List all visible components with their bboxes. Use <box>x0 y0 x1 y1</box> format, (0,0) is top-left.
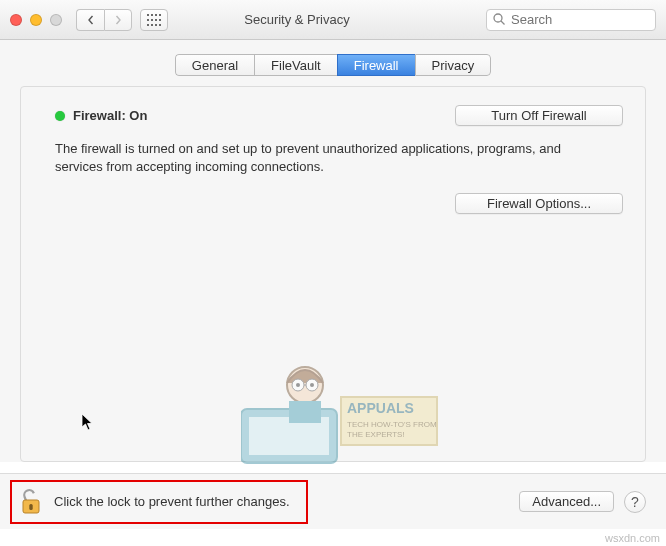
close-window-button[interactable] <box>10 14 22 26</box>
tab-firewall[interactable]: Firewall <box>337 54 415 76</box>
firewall-status: Firewall: On <box>55 108 147 123</box>
svg-rect-14 <box>241 409 337 463</box>
firewall-status-row: Firewall: On Turn Off Firewall <box>55 105 623 126</box>
firewall-description: The firewall is turned on and set up to … <box>55 140 623 175</box>
tab-privacy[interactable]: Privacy <box>415 54 492 76</box>
svg-rect-15 <box>249 417 329 455</box>
tabs-row: General FileVault Firewall Privacy <box>0 40 666 76</box>
svg-point-17 <box>292 379 304 391</box>
help-button[interactable]: ? <box>624 491 646 513</box>
minimize-window-button[interactable] <box>30 14 42 26</box>
svg-point-16 <box>287 367 323 403</box>
status-on-icon <box>55 111 65 121</box>
turn-off-firewall-button[interactable]: Turn Off Firewall <box>455 105 623 126</box>
svg-point-18 <box>306 379 318 391</box>
svg-point-12 <box>494 14 502 22</box>
bottom-bar: Click the lock to prevent further change… <box>0 473 666 529</box>
watermark-tagline-1: TECH HOW-TO'S FROM <box>347 420 437 429</box>
svg-point-21 <box>310 383 314 387</box>
svg-point-20 <box>296 383 300 387</box>
back-button[interactable] <box>76 9 104 31</box>
advanced-button[interactable]: Advanced... <box>519 491 614 512</box>
firewall-status-label: Firewall: On <box>73 108 147 123</box>
firewall-options-row: Firewall Options... <box>55 193 623 214</box>
firewall-panel: Firewall: On Turn Off Firewall The firew… <box>20 86 646 462</box>
traffic-lights <box>10 14 62 26</box>
watermark-domain: wsxdn.com <box>605 532 660 544</box>
search-input[interactable] <box>486 9 656 31</box>
lock-message: Click the lock to prevent further change… <box>54 494 290 509</box>
watermark-logo: APPUALS TECH HOW-TO'S FROM THE EXPERTS! <box>241 349 441 469</box>
search-field-container <box>486 9 656 31</box>
window-title: Security & Privacy <box>116 12 478 27</box>
lock-area-highlight: Click the lock to prevent further change… <box>10 480 308 524</box>
tab-general[interactable]: General <box>175 54 254 76</box>
watermark-tagline-2: THE EXPERTS! <box>347 430 405 439</box>
zoom-window-button <box>50 14 62 26</box>
lock-open-icon[interactable] <box>20 488 42 516</box>
search-icon <box>492 12 506 26</box>
watermark-brand-text: APPUALS <box>347 400 414 416</box>
tab-filevault[interactable]: FileVault <box>254 54 337 76</box>
firewall-options-button[interactable]: Firewall Options... <box>455 193 623 214</box>
window-toolbar: Security & Privacy <box>0 0 666 40</box>
tab-group: General FileVault Firewall Privacy <box>175 54 491 76</box>
svg-rect-22 <box>289 401 321 423</box>
svg-rect-25 <box>29 504 32 510</box>
content-area: Firewall: On Turn Off Firewall The firew… <box>0 76 666 462</box>
mouse-cursor-icon <box>81 413 95 431</box>
svg-rect-23 <box>341 397 437 445</box>
chevron-left-icon <box>86 15 96 25</box>
svg-line-13 <box>501 21 505 25</box>
